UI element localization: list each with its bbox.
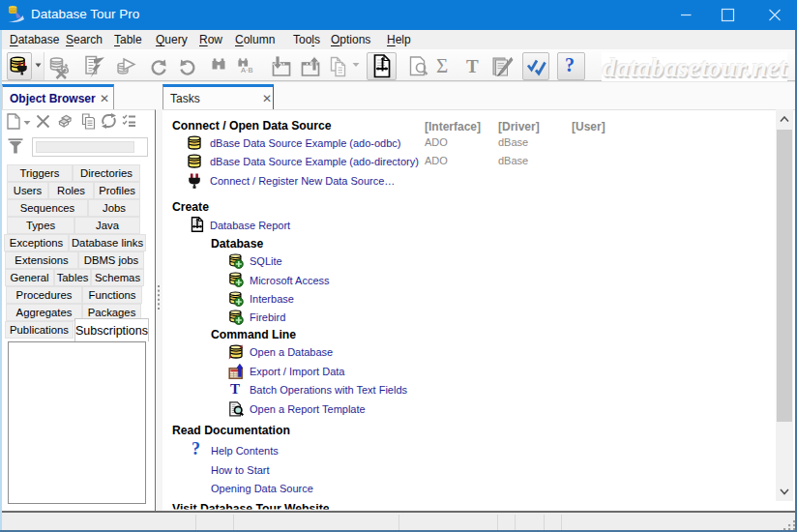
svg-text:A·B: A·B: [241, 66, 253, 74]
